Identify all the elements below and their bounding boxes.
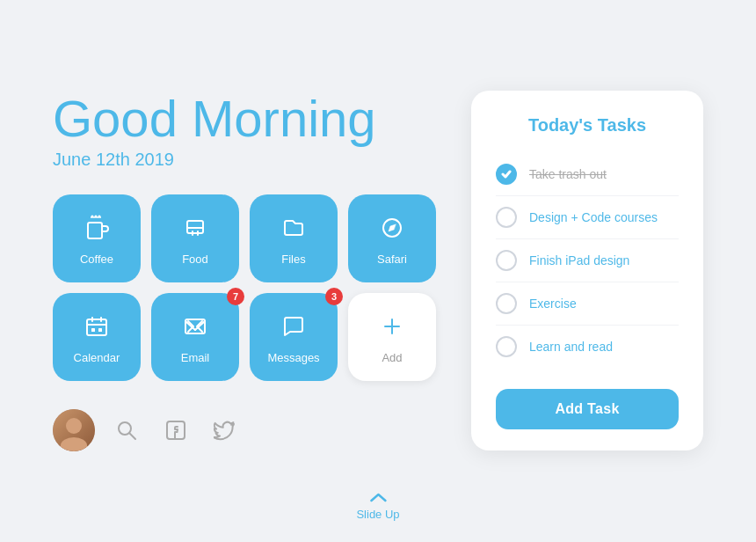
files-label: Files [281, 253, 305, 266]
search-dock-icon[interactable] [109, 413, 144, 448]
date-label: June 12th 2019 [53, 150, 436, 170]
svg-rect-5 [91, 328, 95, 332]
task-checkbox-4[interactable] [496, 293, 517, 314]
task-text-4: Exercise [529, 297, 577, 311]
add-icon [376, 311, 408, 342]
task-item-1: Take trash out [496, 153, 679, 196]
messages-icon [278, 311, 309, 342]
task-text-2: Design + Code courses [529, 210, 658, 224]
coffee-icon [81, 212, 113, 244]
add-task-button[interactable]: Add Task [496, 389, 679, 429]
coffee-label: Coffee [80, 253, 113, 266]
app-tile-safari[interactable]: Safari [348, 194, 436, 282]
facebook-dock-icon[interactable] [158, 413, 193, 448]
twitter-dock-icon[interactable] [207, 413, 243, 448]
email-label: Email [181, 351, 210, 364]
svg-rect-6 [98, 328, 102, 332]
app-grid: Coffee Food Files [53, 194, 436, 381]
app-tile-calendar[interactable]: Calendar [53, 293, 141, 381]
food-icon [179, 212, 211, 244]
messages-badge: 3 [325, 288, 343, 305]
app-tile-email[interactable]: 7 Email [151, 293, 239, 381]
task-text-5: Learn and read [529, 340, 613, 354]
task-checkbox-2[interactable] [496, 207, 517, 228]
chevron-up-icon [369, 492, 387, 504]
task-text-3: Finish iPad design [529, 253, 629, 267]
svg-rect-4 [87, 319, 106, 335]
safari-icon [376, 212, 408, 244]
avatar[interactable] [53, 409, 95, 451]
add-label: Add [382, 351, 402, 364]
app-tile-coffee[interactable]: Coffee [53, 194, 141, 282]
task-item-3: Finish iPad design [496, 239, 679, 282]
slide-up-label: Slide Up [356, 508, 399, 521]
app-tile-food[interactable]: Food [151, 194, 239, 282]
facebook-icon [164, 419, 187, 442]
task-checkbox-5[interactable] [496, 336, 517, 357]
svg-line-13 [129, 433, 135, 439]
svg-rect-0 [88, 223, 102, 238]
task-checkbox-1[interactable] [496, 164, 517, 185]
greeting-text: Good Morning [53, 91, 436, 147]
calendar-icon [81, 311, 113, 342]
task-checkbox-3[interactable] [496, 250, 517, 271]
food-label: Food [182, 253, 208, 266]
files-icon [278, 212, 309, 244]
task-text-1: Take trash out [529, 167, 607, 181]
email-icon [179, 311, 211, 342]
task-item-5: Learn and read [496, 326, 679, 368]
email-badge: 7 [227, 288, 244, 305]
app-tile-files[interactable]: Files [250, 194, 338, 282]
search-icon [115, 419, 138, 442]
safari-label: Safari [377, 253, 407, 266]
twitter-icon [214, 419, 236, 442]
tasks-title: Today's Tasks [496, 115, 679, 136]
slide-up-area[interactable]: Slide Up [356, 465, 399, 521]
task-list: Take trash out Design + Code courses Fin… [496, 153, 679, 368]
left-panel: Good Morning June 12th 2019 Coffee [53, 91, 436, 452]
app-tile-messages[interactable]: 3 Messages [250, 293, 338, 381]
dock [53, 409, 436, 451]
app-tile-add[interactable]: Add [348, 293, 436, 381]
calendar-label: Calendar [74, 351, 120, 364]
tasks-panel: Today's Tasks Take trash out Design + Co… [471, 91, 703, 450]
svg-marker-3 [389, 224, 396, 231]
task-item-2: Design + Code courses [496, 196, 679, 239]
task-item-4: Exercise [496, 282, 679, 326]
messages-label: Messages [267, 351, 319, 364]
